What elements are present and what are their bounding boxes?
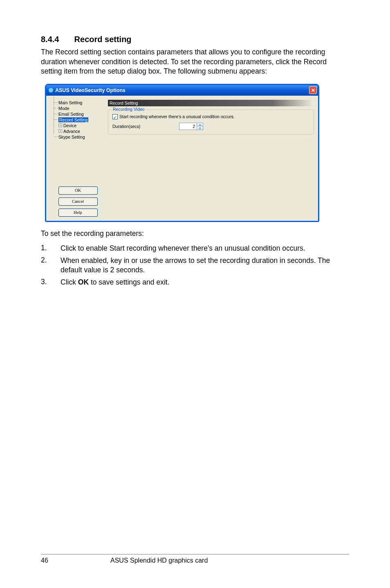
- dialog-titlebar: ASUS VideoSecurity Options ✕: [46, 85, 318, 96]
- step-text-part: to save settings and exit.: [89, 278, 169, 286]
- steps-list: 1. Click to enable Start recording whene…: [41, 244, 349, 287]
- step-text-bold: OK: [78, 278, 89, 286]
- start-recording-checkbox[interactable]: [112, 114, 118, 119]
- step-number: 3.: [41, 278, 61, 287]
- duration-label: Duration(secs): [112, 124, 140, 129]
- nav-tree: Main Setting Mode Email Setting: [50, 100, 105, 140]
- step-text-part: Click: [61, 278, 78, 286]
- left-pane: Main Setting Mode Email Setting: [50, 100, 105, 217]
- intro-paragraph: The Record setting section contains para…: [41, 47, 349, 76]
- app-icon: [49, 88, 53, 92]
- tree-label: Record Setting: [58, 117, 88, 122]
- right-pane: Record Setting Recording Video Start rec…: [105, 100, 314, 217]
- page-number: 46: [41, 557, 110, 564]
- step-1: 1. Click to enable Start recording whene…: [41, 244, 349, 254]
- section-number: 8.4.4: [41, 35, 72, 44]
- tree-item-device[interactable]: + Device: [50, 123, 105, 128]
- panel-header: Record Setting: [108, 100, 314, 106]
- tree-label: Advance: [63, 129, 80, 134]
- duration-input[interactable]: 2: [179, 123, 197, 130]
- tree-label: Mode: [58, 106, 69, 111]
- step-number: 1.: [41, 244, 61, 254]
- section-title: Record setting: [74, 35, 132, 44]
- tree-item-advance[interactable]: + Advance: [50, 128, 105, 134]
- tree-item-email-setting[interactable]: Email Setting: [50, 111, 105, 117]
- checkbox-label: Start recording whenever there's a unusu…: [119, 114, 235, 119]
- tree-item-main-setting[interactable]: Main Setting: [50, 100, 105, 105]
- step-text: Click OK to save settings and exit.: [61, 278, 349, 287]
- expand-icon[interactable]: +: [58, 129, 62, 133]
- step-3: 3. Click OK to save settings and exit.: [41, 278, 349, 287]
- section-heading: 8.4.4 Record setting: [41, 35, 349, 44]
- expand-icon[interactable]: +: [58, 123, 62, 127]
- duration-spinner[interactable]: 2 ▲ ▼: [179, 123, 203, 130]
- spinner-up-button[interactable]: ▲: [197, 123, 203, 126]
- options-dialog: ASUS VideoSecurity Options ✕ Main Settin…: [45, 84, 319, 222]
- cancel-button[interactable]: Cancel: [58, 197, 98, 206]
- step-text: Click to enable Start recording whenever…: [61, 244, 349, 254]
- step-text: When enabled, key in or use the arrows t…: [61, 256, 349, 275]
- tree-item-mode[interactable]: Mode: [50, 105, 105, 111]
- dialog-title: ASUS VideoSecurity Options: [55, 88, 126, 93]
- step-number: 2.: [41, 256, 61, 275]
- group-legend: Recording Video: [112, 107, 146, 112]
- step-2: 2. When enabled, key in or use the arrow…: [41, 256, 349, 275]
- tree-item-record-setting[interactable]: Record Setting: [50, 117, 105, 123]
- tree-label: Main Setting: [58, 100, 82, 105]
- tree-label: Device: [63, 123, 76, 128]
- after-dialog-text: To set the recording parameters:: [41, 229, 349, 238]
- footer-title: ASUS Splendid HD graphics card: [110, 557, 349, 564]
- close-icon: ✕: [311, 88, 315, 93]
- ok-button[interactable]: OK: [58, 186, 98, 195]
- spinner-down-button[interactable]: ▼: [197, 126, 203, 130]
- checkmark-icon: [113, 115, 117, 119]
- close-button[interactable]: ✕: [309, 86, 317, 94]
- footer-divider: [41, 554, 349, 554]
- tree-item-skype-setting[interactable]: Skype Setting: [50, 134, 105, 140]
- recording-video-group: Recording Video Start recording whenever…: [108, 110, 314, 135]
- tree-label: Email Setting: [58, 112, 84, 117]
- page-footer: 46 ASUS Splendid HD graphics card: [41, 554, 349, 564]
- tree-label: Skype Setting: [58, 135, 85, 139]
- help-button[interactable]: Help: [58, 209, 98, 217]
